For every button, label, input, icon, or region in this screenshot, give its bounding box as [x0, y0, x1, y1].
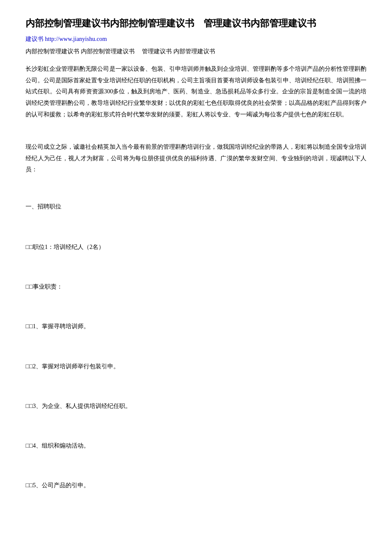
gap-5	[26, 304, 366, 317]
gap-2	[26, 184, 366, 197]
gap-1	[26, 129, 366, 142]
duty-item-4: □□4、组织和煽动活动。	[26, 440, 366, 451]
duty-header: □□事业职责：	[26, 281, 366, 292]
duty-item-3: □□3、为企业、私人提供培训经纪任职。	[26, 401, 366, 411]
page-title: 内部控制管理建议书内部控制管理建议书 管理建议书内部管理建议书	[26, 17, 366, 30]
gap-4	[26, 264, 366, 277]
gap-3	[26, 225, 366, 237]
duty-item-1: □□1、掌握寻聘培训师。	[26, 321, 366, 332]
paragraph-1: 长沙彩虹企业管理斟酌无限公司是一家以设备、包装、引申培训师并触及到企业培训、管理…	[26, 64, 366, 120]
section-title-recruitment: 一、招聘职位	[26, 201, 366, 212]
gap-6	[26, 344, 366, 357]
gap-8	[26, 423, 366, 436]
paragraph-2: 现公司成立之际，诚邀社会精英加入当今最有前景的管理斟酌培训行业，做我国培训经纪业…	[26, 142, 366, 176]
gap-7	[26, 384, 366, 396]
duty-item-5: □□5、公司产品的引申。	[26, 480, 366, 491]
duty-item-2: □□2、掌握对培训师举行包装引申。	[26, 361, 366, 372]
subtitle-line: 内部控制管理建议书 内部控制管理建议书 管理建议书 内部管理建议书	[26, 46, 366, 57]
gap-9	[26, 463, 366, 476]
document-container: 内部控制管理建议书内部控制管理建议书 管理建议书内部管理建议书 建议书 http…	[26, 17, 366, 491]
position-item-1: □□职位1：培训经纪人（2名）	[26, 242, 366, 252]
url-line: 建议书 http://www.jianyishu.com	[26, 34, 366, 44]
